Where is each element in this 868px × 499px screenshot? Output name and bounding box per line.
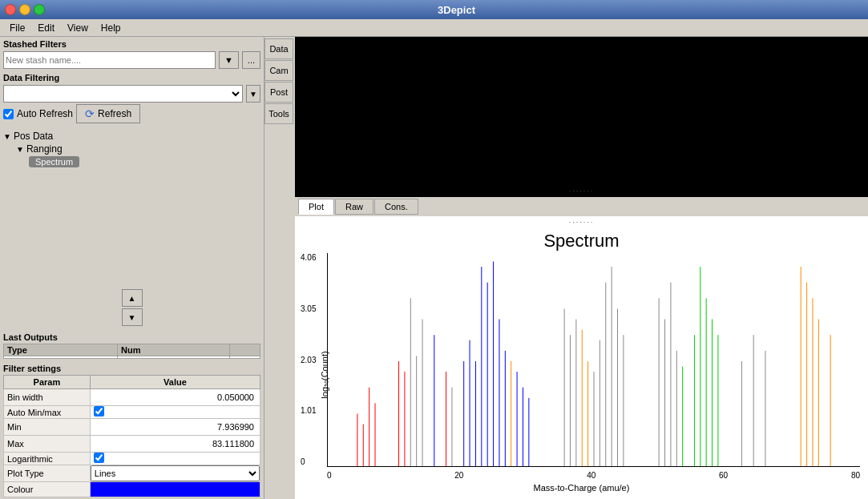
chart-title: Spectrum <box>295 226 868 253</box>
side-tabs: Data Cam Post Tools <box>264 37 295 499</box>
param-cell: Max <box>4 436 91 453</box>
y-tick-3: 3.05 <box>301 304 316 313</box>
filter-select[interactable] <box>3 85 243 103</box>
value-input[interactable] <box>94 390 256 404</box>
window-title: 3Depict <box>45 4 868 16</box>
close-button[interactable] <box>5 4 16 15</box>
tab-raw[interactable]: Raw <box>335 199 373 215</box>
y-tick-1: 1.01 <box>301 406 316 415</box>
tab-data[interactable]: Data <box>264 38 293 59</box>
settings-row: Plot TypeLines <box>4 465 260 482</box>
value-cell[interactable] <box>90 453 260 465</box>
ranging-label: Ranging <box>26 143 63 155</box>
outputs-col-num: Num <box>117 344 229 356</box>
move-up-button[interactable]: ▲ <box>122 289 143 307</box>
move-down-button[interactable]: ▼ <box>122 308 143 326</box>
stashed-filters-label: Stashed Filters <box>0 37 264 50</box>
settings-col-param: Param <box>4 376 91 389</box>
table-row <box>4 356 260 359</box>
3d-view-area: ....... <box>295 37 868 197</box>
settings-col-value: Value <box>90 376 260 389</box>
plot-tabs: Plot Raw Cons. <box>295 197 868 216</box>
param-cell: Min <box>4 419 91 436</box>
stash-dropdown-btn[interactable]: ▼ <box>219 51 239 69</box>
outputs-col-extra <box>230 344 260 356</box>
refresh-button[interactable]: ⟳ Refresh <box>76 104 140 123</box>
pos-data-label: Pos Data <box>14 131 53 142</box>
up-down-buttons: ▲ ▼ <box>0 286 264 329</box>
filter-row: ▼ <box>3 85 260 103</box>
side-tabs-and-content: Data Cam Post Tools ....... Plot Raw Con… <box>264 37 868 499</box>
window-controls <box>0 4 45 15</box>
value-cell[interactable]: Lines <box>90 465 260 482</box>
dots-separator-chart: ....... <box>295 216 868 224</box>
menu-view[interactable]: View <box>61 21 95 35</box>
title-bar: 3Depict <box>0 0 868 19</box>
menu-help[interactable]: Help <box>95 21 127 35</box>
x-tick-1: 20 <box>454 471 463 480</box>
value-cell[interactable] <box>90 482 260 497</box>
value-input[interactable] <box>94 437 256 451</box>
menu-edit[interactable]: Edit <box>31 21 61 35</box>
maximize-button[interactable] <box>34 4 45 15</box>
content-area: ....... Plot Raw Cons. ....... Spectrum … <box>295 37 868 499</box>
value-cell[interactable] <box>90 406 260 419</box>
auto-refresh-row: Auto Refresh ⟳ Refresh <box>3 104 260 123</box>
minimize-button[interactable] <box>19 4 30 15</box>
settings-row: Bin width <box>4 389 260 406</box>
value-input[interactable] <box>94 420 256 434</box>
param-cell: Colour <box>4 482 91 497</box>
x-axis-label: Mass-to-Charge (amu/e) <box>534 483 630 493</box>
color-swatch[interactable] <box>91 482 260 497</box>
filter-section: ▼ Auto Refresh ⟳ Refresh <box>0 83 264 128</box>
main-area: Stashed Filters ▼ ... Data Filtering ▼ A… <box>0 37 868 499</box>
tree-arrow-pos: ▼ <box>3 132 11 141</box>
x-tick-0: 0 <box>327 471 332 480</box>
tab-plot[interactable]: Plot <box>298 199 334 215</box>
dots-separator-top: ....... <box>569 185 595 193</box>
filter-settings: Filter settings Param Value Bin widthAut… <box>0 360 264 499</box>
value-select[interactable]: Lines <box>91 465 260 481</box>
tab-post[interactable]: Post <box>264 82 293 103</box>
tab-cons[interactable]: Cons. <box>374 199 418 215</box>
param-cell: Auto Min/max <box>4 406 91 419</box>
value-cell[interactable] <box>90 419 260 436</box>
tree-item-spectrum[interactable]: Spectrum <box>29 155 260 168</box>
y-tick-4: 4.06 <box>301 253 316 262</box>
menu-bar: File Edit View Help <box>0 19 868 37</box>
refresh-icon: ⟳ <box>85 107 95 120</box>
x-tick-4: 80 <box>851 471 860 480</box>
tree-area: ▼ Pos Data ▼ Ranging Spectrum <box>0 128 264 286</box>
refresh-label: Refresh <box>98 108 131 119</box>
output-type-cell <box>4 356 118 359</box>
tab-cam[interactable]: Cam <box>264 60 293 81</box>
auto-refresh-label: Auto Refresh <box>17 108 73 119</box>
last-outputs-label: Last Outputs <box>3 331 260 344</box>
filter-arrow-btn[interactable]: ▼ <box>246 85 260 103</box>
y-tick-0: 0 <box>301 457 316 466</box>
stash-name-input[interactable] <box>3 51 216 69</box>
value-checkbox[interactable] <box>94 453 104 463</box>
tree-indent-ranging: ▼ Ranging Spectrum <box>3 143 260 168</box>
tab-tools[interactable]: Tools <box>264 103 293 124</box>
spectrum-chip[interactable]: Spectrum <box>29 156 79 167</box>
value-cell[interactable] <box>90 436 260 453</box>
spectrum-chart-canvas <box>328 253 860 466</box>
chart-area: ....... Spectrum log₁₀(Count) 0 1.01 2.0… <box>295 216 868 499</box>
settings-row: Colour <box>4 482 260 497</box>
stash-extra-btn[interactable]: ... <box>242 51 260 69</box>
data-filtering-label: Data Filtering <box>0 70 264 83</box>
tree-indent-spectrum: Spectrum <box>16 155 260 168</box>
menu-file[interactable]: File <box>3 21 31 35</box>
value-checkbox[interactable] <box>94 406 104 417</box>
left-panel: Stashed Filters ▼ ... Data Filtering ▼ A… <box>0 37 264 499</box>
settings-row: Max <box>4 436 260 453</box>
value-cell[interactable] <box>90 389 260 406</box>
outputs-table: Type Num <box>3 344 260 359</box>
param-cell: Plot Type <box>4 465 91 482</box>
output-num-cell <box>117 356 229 359</box>
settings-row: Logarithmic <box>4 453 260 465</box>
tree-item-ranging[interactable]: ▼ Ranging <box>16 143 260 155</box>
auto-refresh-checkbox[interactable] <box>3 109 14 119</box>
tree-item-pos-data[interactable]: ▼ Pos Data <box>3 130 260 143</box>
